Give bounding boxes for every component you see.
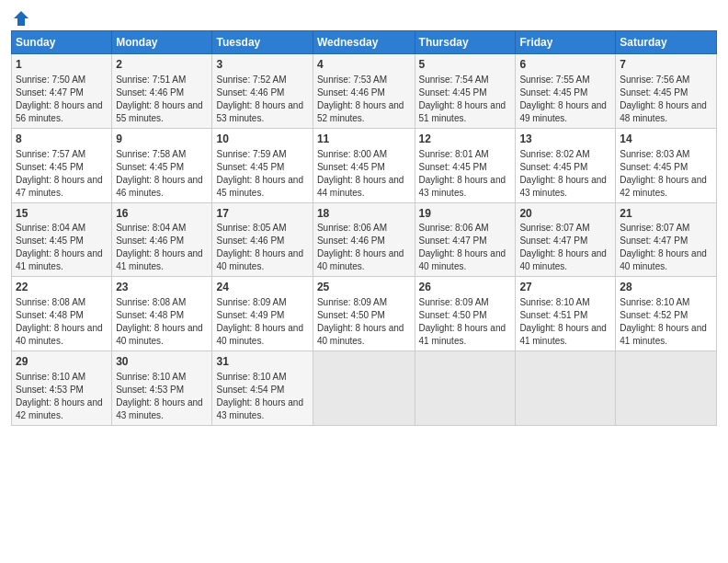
sunrise-text: Sunrise: 8:09 AM	[317, 297, 387, 307]
sunrise-text: Sunrise: 8:08 AM	[16, 297, 85, 307]
daylight-text: Daylight: 8 hours and 40 minutes.	[16, 323, 103, 346]
calendar-week-row: 22Sunrise: 8:08 AMSunset: 4:48 PMDayligh…	[12, 277, 717, 351]
calendar-day-cell	[313, 351, 415, 426]
calendar-week-row: 1Sunrise: 7:50 AMSunset: 4:47 PMDaylight…	[12, 54, 717, 129]
sunset-text: Sunset: 4:53 PM	[16, 385, 84, 395]
calendar-day-cell: 9Sunrise: 7:58 AMSunset: 4:45 PMDaylight…	[112, 128, 212, 202]
day-number: 8	[16, 132, 108, 147]
day-number: 29	[16, 354, 108, 370]
day-number: 18	[317, 206, 411, 222]
calendar-day-cell: 15Sunrise: 8:04 AMSunset: 4:45 PMDayligh…	[12, 202, 112, 277]
sunrise-text: Sunrise: 8:00 AM	[317, 149, 387, 159]
daylight-text: Daylight: 8 hours and 41 minutes.	[519, 323, 607, 346]
sunset-text: Sunset: 4:45 PM	[16, 236, 84, 246]
day-number: 22	[16, 280, 108, 295]
sunset-text: Sunset: 4:53 PM	[116, 385, 184, 395]
day-number: 20	[519, 206, 611, 222]
weekday-header: Saturday	[616, 31, 717, 54]
sunrise-text: Sunrise: 7:59 AM	[216, 149, 286, 159]
day-number: 10	[216, 132, 308, 147]
calendar-day-cell	[415, 351, 516, 426]
day-number: 12	[419, 132, 512, 147]
calendar-day-cell: 5Sunrise: 7:54 AMSunset: 4:45 PMDaylight…	[415, 54, 516, 129]
calendar-day-cell: 8Sunrise: 7:57 AMSunset: 4:45 PMDaylight…	[12, 128, 112, 202]
sunset-text: Sunset: 4:46 PM	[116, 87, 184, 98]
sunrise-text: Sunrise: 8:10 AM	[216, 372, 286, 382]
daylight-text: Daylight: 8 hours and 46 minutes.	[116, 175, 203, 198]
sunrise-text: Sunrise: 7:55 AM	[519, 75, 589, 85]
calendar-day-cell: 25Sunrise: 8:09 AMSunset: 4:50 PMDayligh…	[313, 277, 415, 351]
daylight-text: Daylight: 8 hours and 40 minutes.	[620, 248, 707, 271]
sunrise-text: Sunrise: 8:06 AM	[419, 223, 489, 233]
sunset-text: Sunset: 4:45 PM	[419, 87, 487, 98]
sunrise-text: Sunrise: 8:01 AM	[419, 149, 489, 159]
day-number: 4	[317, 57, 411, 73]
day-number: 30	[116, 354, 208, 370]
daylight-text: Daylight: 8 hours and 52 minutes.	[317, 100, 404, 123]
sunset-text: Sunset: 4:45 PM	[16, 162, 84, 172]
sunrise-text: Sunrise: 8:09 AM	[419, 297, 489, 307]
calendar-day-cell: 12Sunrise: 8:01 AMSunset: 4:45 PMDayligh…	[415, 128, 516, 202]
daylight-text: Daylight: 8 hours and 41 minutes.	[620, 323, 707, 346]
sunset-text: Sunset: 4:45 PM	[116, 162, 184, 172]
calendar-day-cell: 7Sunrise: 7:56 AMSunset: 4:45 PMDaylight…	[616, 54, 717, 129]
sunrise-text: Sunrise: 8:07 AM	[519, 223, 589, 233]
page-container: SundayMondayTuesdayWednesdayThursdayFrid…	[0, 0, 728, 435]
day-number: 6	[519, 57, 611, 73]
calendar-day-cell: 26Sunrise: 8:09 AMSunset: 4:50 PMDayligh…	[415, 277, 516, 351]
weekday-header: Thursday	[415, 31, 516, 54]
calendar-day-cell: 4Sunrise: 7:53 AMSunset: 4:46 PMDaylight…	[313, 54, 415, 129]
daylight-text: Daylight: 8 hours and 42 minutes.	[16, 397, 103, 420]
sunset-text: Sunset: 4:52 PM	[620, 310, 688, 320]
day-number: 7	[620, 57, 712, 73]
calendar-day-cell: 13Sunrise: 8:02 AMSunset: 4:45 PMDayligh…	[516, 128, 616, 202]
sunrise-text: Sunrise: 7:51 AM	[116, 75, 186, 85]
sunrise-text: Sunrise: 7:56 AM	[620, 75, 689, 85]
daylight-text: Daylight: 8 hours and 40 minutes.	[317, 323, 404, 346]
daylight-text: Daylight: 8 hours and 43 minutes.	[216, 397, 303, 420]
sunrise-text: Sunrise: 7:58 AM	[116, 149, 186, 159]
calendar-day-cell: 16Sunrise: 8:04 AMSunset: 4:46 PMDayligh…	[112, 202, 212, 277]
sunset-text: Sunset: 4:45 PM	[419, 162, 487, 172]
day-number: 15	[16, 206, 108, 222]
sunset-text: Sunset: 4:46 PM	[216, 236, 284, 246]
day-number: 11	[317, 132, 411, 147]
sunrise-text: Sunrise: 8:04 AM	[16, 223, 85, 233]
sunset-text: Sunset: 4:47 PM	[419, 236, 487, 246]
sunset-text: Sunset: 4:45 PM	[620, 162, 688, 172]
daylight-text: Daylight: 8 hours and 40 minutes.	[116, 323, 203, 346]
day-number: 14	[620, 132, 712, 147]
sunset-text: Sunset: 4:47 PM	[16, 87, 84, 98]
daylight-text: Daylight: 8 hours and 40 minutes.	[419, 248, 506, 271]
day-number: 1	[16, 57, 108, 73]
weekday-header: Tuesday	[212, 31, 313, 54]
sunrise-text: Sunrise: 7:53 AM	[317, 75, 387, 85]
sunset-text: Sunset: 4:48 PM	[116, 310, 184, 320]
sunset-text: Sunset: 4:54 PM	[216, 385, 284, 395]
daylight-text: Daylight: 8 hours and 41 minutes.	[16, 248, 103, 271]
sunrise-text: Sunrise: 8:06 AM	[317, 223, 387, 233]
daylight-text: Daylight: 8 hours and 55 minutes.	[116, 100, 203, 123]
weekday-header: Sunday	[12, 31, 112, 54]
calendar-day-cell: 14Sunrise: 8:03 AMSunset: 4:45 PMDayligh…	[616, 128, 717, 202]
calendar-day-cell: 20Sunrise: 8:07 AMSunset: 4:47 PMDayligh…	[516, 202, 616, 277]
daylight-text: Daylight: 8 hours and 40 minutes.	[317, 248, 404, 271]
header	[11, 9, 717, 25]
sunrise-text: Sunrise: 8:10 AM	[16, 372, 85, 382]
calendar-day-cell: 2Sunrise: 7:51 AMSunset: 4:46 PMDaylight…	[112, 54, 212, 129]
calendar-day-cell: 24Sunrise: 8:09 AMSunset: 4:49 PMDayligh…	[212, 277, 313, 351]
calendar-day-cell: 23Sunrise: 8:08 AMSunset: 4:48 PMDayligh…	[112, 277, 212, 351]
sunrise-text: Sunrise: 7:57 AM	[16, 149, 85, 159]
sunset-text: Sunset: 4:49 PM	[216, 310, 284, 320]
day-number: 27	[519, 280, 611, 295]
calendar-day-cell: 19Sunrise: 8:06 AMSunset: 4:47 PMDayligh…	[415, 202, 516, 277]
calendar-day-cell: 22Sunrise: 8:08 AMSunset: 4:48 PMDayligh…	[12, 277, 112, 351]
sunset-text: Sunset: 4:51 PM	[519, 310, 587, 320]
daylight-text: Daylight: 8 hours and 40 minutes.	[519, 248, 607, 271]
sunset-text: Sunset: 4:50 PM	[317, 310, 385, 320]
sunrise-text: Sunrise: 8:09 AM	[216, 297, 286, 307]
daylight-text: Daylight: 8 hours and 51 minutes.	[419, 100, 506, 123]
daylight-text: Daylight: 8 hours and 41 minutes.	[116, 248, 203, 271]
sunset-text: Sunset: 4:45 PM	[216, 162, 284, 172]
day-number: 3	[216, 57, 308, 73]
